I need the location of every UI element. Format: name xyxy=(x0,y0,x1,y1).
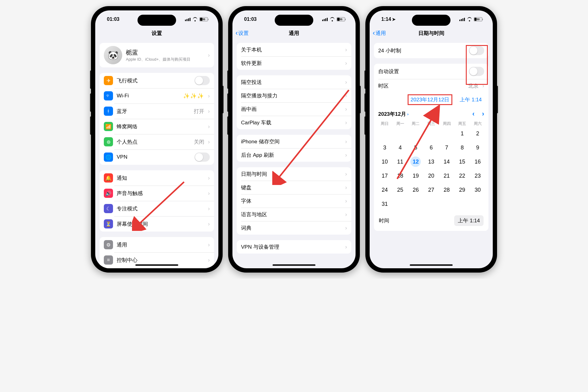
software-update-row[interactable]: 软件更新› xyxy=(237,56,351,70)
calendar-day[interactable]: 18 xyxy=(393,170,408,182)
status-time: 1:14➤ xyxy=(381,15,396,22)
profile-sub: Apple ID、iCloud+、媒体与购买项目 xyxy=(126,57,204,62)
calendar-day[interactable]: 29 xyxy=(454,184,470,196)
timezone-value: 北京 xyxy=(468,82,479,89)
airplay-row[interactable]: 隔空播放与接力› xyxy=(237,89,351,102)
speaker-icon: 🔊 xyxy=(104,189,113,198)
wifi-icon xyxy=(467,17,472,21)
focus-row[interactable]: ☾ 专注模式 › xyxy=(100,201,214,216)
storage-row[interactable]: iPhone 储存空间› xyxy=(237,135,351,148)
back-button[interactable]: ‹设置 xyxy=(236,29,249,37)
general-row[interactable]: ⚙ 通用 › xyxy=(100,237,214,252)
home-indicator[interactable] xyxy=(135,264,178,266)
calendar-day[interactable]: 7 xyxy=(439,142,454,153)
calendar-day[interactable]: 17 xyxy=(377,170,393,182)
autoset-toggle[interactable] xyxy=(469,67,484,76)
back-button[interactable]: ‹通用 xyxy=(373,29,386,37)
phone-general: 01:03 35 ‹设置 通用 关于本机› 软件更新› 隔空投送› 隔空播放与接… xyxy=(228,6,360,273)
calendar-day[interactable]: 14 xyxy=(439,156,454,168)
calendar-day[interactable]: 15 xyxy=(454,156,470,168)
calendar-day[interactable]: 5 xyxy=(408,142,424,153)
vpn-toggle[interactable] xyxy=(194,153,210,162)
calendar-day xyxy=(393,198,408,210)
calendar-day[interactable]: 12 xyxy=(408,156,424,168)
vpn-device-row[interactable]: VPN 与设备管理› xyxy=(237,240,351,254)
chevron-right-icon: › xyxy=(208,108,210,115)
airdrop-row[interactable]: 隔空投送› xyxy=(237,75,351,89)
keyboard-row[interactable]: 键盘› xyxy=(237,181,351,194)
bluetooth-row[interactable]: ᚼ 蓝牙 打开 › xyxy=(100,104,214,119)
carplay-row[interactable]: CarPlay 车载› xyxy=(237,116,351,129)
apple-id-row[interactable]: 🐼 栀蓝 Apple ID、iCloud+、媒体与购买项目 › xyxy=(100,43,214,67)
calendar-day[interactable]: 4 xyxy=(393,142,408,153)
chevron-right-icon: › xyxy=(208,93,210,99)
calendar-month[interactable]: 2023年12月› xyxy=(378,111,472,118)
sounds-row[interactable]: 🔊 声音与触感 › xyxy=(100,186,214,201)
calendar-day xyxy=(377,128,393,139)
calendar-day[interactable]: 22 xyxy=(454,170,470,182)
calendar-day xyxy=(408,198,424,210)
notifications-row[interactable]: 🔔 通知 › xyxy=(100,170,214,186)
next-month-button[interactable]: › xyxy=(482,110,484,118)
cellular-icon xyxy=(322,18,328,21)
language-row[interactable]: 语言与地区› xyxy=(237,208,351,221)
wifi-row[interactable]: ᯤ Wi-Fi ✨✨✨ › xyxy=(100,88,214,104)
calendar-day[interactable]: 27 xyxy=(424,184,439,196)
chevron-right-icon: › xyxy=(345,119,347,126)
calendar-day[interactable]: 19 xyxy=(408,170,424,182)
chevron-right-icon: › xyxy=(208,123,210,130)
airplane-row[interactable]: ✈ 飞行模式 xyxy=(100,73,214,88)
home-indicator[interactable] xyxy=(410,264,453,266)
calendar-day[interactable]: 26 xyxy=(408,184,424,196)
time-picker[interactable]: 上午 1:14 xyxy=(454,215,484,226)
vpn-row[interactable]: 🌐 VPN xyxy=(100,149,214,165)
time-chip[interactable]: 上午 1:14 xyxy=(457,95,484,104)
datetime-row[interactable]: 日期与时间› xyxy=(237,167,351,181)
24hour-toggle[interactable] xyxy=(469,46,484,55)
calendar-day[interactable]: 3 xyxy=(377,142,393,153)
cellular-row[interactable]: 📶 蜂窝网络 › xyxy=(100,119,214,134)
24hour-row: 24 小时制 xyxy=(374,43,488,58)
calendar-day[interactable]: 13 xyxy=(424,156,439,168)
pip-row[interactable]: 画中画› xyxy=(237,102,351,116)
calendar-day[interactable]: 6 xyxy=(424,142,439,153)
calendar-day[interactable]: 9 xyxy=(470,142,485,153)
display-row[interactable]: ☀ 显示与亮度 › xyxy=(100,268,214,268)
calendar-day[interactable]: 23 xyxy=(470,170,485,182)
battery-icon: 35 xyxy=(199,17,208,21)
chevron-right-icon: › xyxy=(208,52,210,58)
hotspot-row[interactable]: ⊚ 个人热点 关闭 › xyxy=(100,134,214,149)
fonts-row[interactable]: 字体› xyxy=(237,194,351,208)
chevron-left-icon: ‹ xyxy=(373,29,375,37)
calendar-day[interactable]: 16 xyxy=(470,156,485,168)
calendar-day[interactable]: 10 xyxy=(377,156,393,168)
screentime-row[interactable]: ⏳ 屏幕使用时间 › xyxy=(100,216,214,232)
chevron-right-icon: › xyxy=(208,221,210,227)
calendar-day[interactable]: 11 xyxy=(393,156,408,168)
calendar-day[interactable]: 25 xyxy=(393,184,408,196)
calendar-day[interactable]: 30 xyxy=(470,184,485,196)
about-row[interactable]: 关于本机› xyxy=(237,43,351,56)
calendar-day[interactable]: 24 xyxy=(377,184,393,196)
calendar-day[interactable]: 31 xyxy=(377,198,393,210)
timezone-row[interactable]: 时区 北京 › xyxy=(374,79,488,92)
chevron-left-icon: ‹ xyxy=(236,29,238,37)
calendar-day[interactable]: 28 xyxy=(439,184,454,196)
calendar-day[interactable]: 2 xyxy=(470,128,485,139)
background-refresh-row[interactable]: 后台 App 刷新› xyxy=(237,148,351,162)
calendar-day[interactable]: 8 xyxy=(454,142,470,153)
dictionary-row[interactable]: 词典› xyxy=(237,221,351,235)
page-title: 设置 xyxy=(152,30,162,37)
prev-month-button[interactable]: ‹ xyxy=(472,110,474,118)
switches-icon: ≡ xyxy=(104,255,113,265)
location-icon: ➤ xyxy=(392,17,396,22)
chevron-right-icon: › xyxy=(345,211,347,218)
calendar-day[interactable]: 21 xyxy=(439,170,454,182)
home-indicator[interactable] xyxy=(273,264,315,266)
chevron-right-icon: › xyxy=(345,244,347,250)
antenna-icon: 📶 xyxy=(104,122,113,131)
calendar-day[interactable]: 1 xyxy=(454,128,470,139)
airplane-toggle[interactable] xyxy=(194,76,210,85)
date-chip[interactable]: 2023年12月12日 xyxy=(408,95,452,104)
calendar-day[interactable]: 20 xyxy=(424,170,439,182)
